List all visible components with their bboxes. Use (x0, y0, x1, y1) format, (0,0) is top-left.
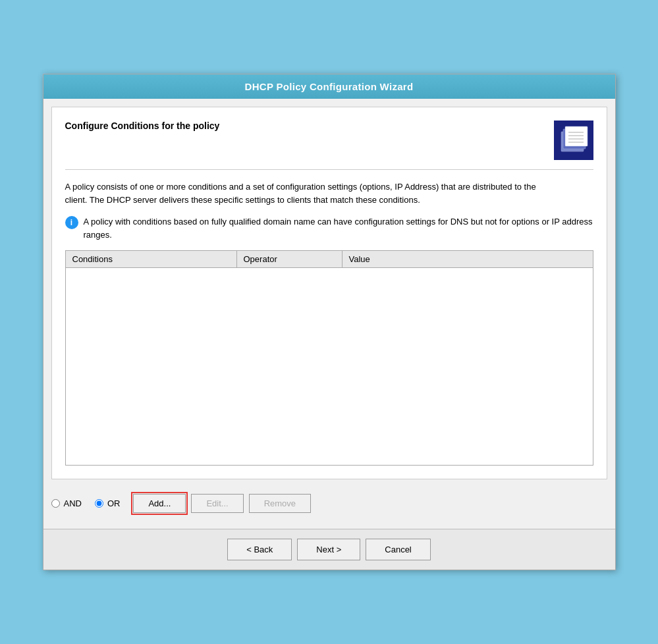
title-bar: DHCP Policy Configuration Wizard (43, 74, 615, 99)
table-body[interactable] (65, 268, 593, 466)
info-text: A policy with conditions based on fully … (84, 215, 593, 241)
radio-group-or: OR (95, 498, 121, 508)
policy-icon-svg (557, 124, 590, 157)
dialog-window: DHCP Policy Configuration Wizard Configu… (43, 74, 616, 570)
col-value: Value (343, 251, 593, 267)
back-button[interactable]: < Back (227, 539, 292, 560)
edit-button[interactable]: Edit... (191, 494, 243, 513)
action-buttons-row: Add... Edit... Remove (133, 494, 311, 513)
radio-or-label[interactable]: OR (107, 498, 121, 508)
svg-rect-2 (565, 126, 588, 146)
add-button[interactable]: Add... (133, 494, 186, 513)
radio-and[interactable] (51, 499, 60, 508)
header-row: Configure Conditions for the policy (65, 121, 593, 170)
cancel-button[interactable]: Cancel (366, 539, 430, 560)
footer-area: < Back Next > Cancel (43, 529, 615, 570)
bottom-controls: AND OR Add... Edit... Remove (43, 487, 615, 529)
radio-and-label[interactable]: AND (64, 498, 82, 508)
info-icon: i (65, 216, 78, 229)
remove-button[interactable]: Remove (249, 494, 311, 513)
wizard-icon (554, 121, 593, 160)
col-conditions: Conditions (66, 251, 237, 267)
radio-button-row: AND OR Add... Edit... Remove (51, 494, 607, 513)
dialog-title: DHCP Policy Configuration Wizard (245, 81, 414, 92)
table-header: Conditions Operator Value (65, 250, 593, 268)
col-operator: Operator (237, 251, 343, 267)
content-area: Configure Conditions for the policy A po… (51, 107, 607, 479)
radio-or[interactable] (95, 499, 103, 508)
info-box: i A policy with conditions based on full… (65, 215, 593, 241)
description-text: A policy consists of one or more conditi… (65, 180, 559, 206)
next-button[interactable]: Next > (297, 539, 360, 560)
section-title: Configure Conditions for the policy (65, 121, 220, 131)
conditions-table-wrapper: Conditions Operator Value (65, 250, 593, 466)
radio-group-and: AND (51, 498, 82, 508)
